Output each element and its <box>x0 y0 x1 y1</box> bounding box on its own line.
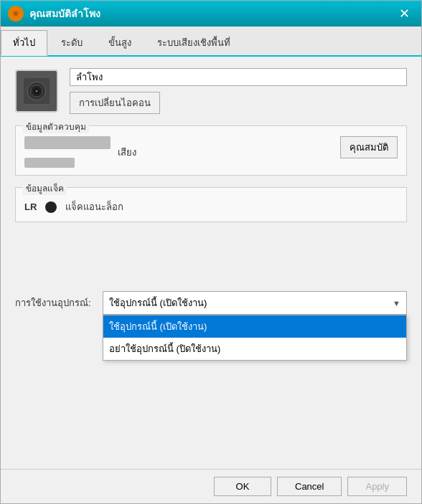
controller-row: เสียง คุณสมบัติ <box>24 136 398 168</box>
jack-section-label: ข้อมูลแจ็ค <box>23 181 67 195</box>
tab-spatial[interactable]: ระบบเสียงเชิงพื้นที่ <box>145 30 243 56</box>
svg-point-7 <box>35 90 38 92</box>
jack-row: LR แจ็คแอนะล็อก <box>24 199 398 214</box>
tab-advanced[interactable]: ขั้นสูง <box>96 30 144 56</box>
tab-bar: ทั่วไป ระดับ ขั้นสูง ระบบเสียงเชิงพื้นที… <box>1 27 421 57</box>
controller-bar-1 <box>24 136 111 149</box>
speaker-name-input[interactable] <box>70 68 407 86</box>
device-usage-label: การใช้งานอุปกรณ์: <box>15 295 94 310</box>
ok-button[interactable]: OK <box>214 477 271 496</box>
dropdown-option-use[interactable]: ใช้อุปกรณ์นี้ (เปิดใช้งาน) <box>103 315 406 338</box>
svg-point-2 <box>14 12 17 14</box>
jack-label: แจ็คแอนะล็อก <box>65 199 123 214</box>
dialog-title: คุณสมบัติลำโพง <box>29 6 394 22</box>
content-area: การเปลี่ยนไอคอน ข้อมูลตัวควบคุม เสียง คุ… <box>1 57 421 469</box>
controller-section-label: ข้อมูลตัวควบคุม <box>23 120 89 133</box>
change-icon-button[interactable]: การเปลี่ยนไอคอน <box>70 92 160 114</box>
device-usage-select-display[interactable]: ใช้อุปกรณ์นี้ (เปิดใช้งาน) ▼ <box>103 291 407 315</box>
dropdown-arrow-icon: ▼ <box>393 299 400 308</box>
dialog: คุณสมบัติลำโพง ✕ ทั่วไป ระดับ ขั้นสูง ระ… <box>0 0 422 504</box>
close-button[interactable]: ✕ <box>394 4 414 24</box>
device-usage-dropdown-container: ใช้อุปกรณ์นี้ (เปิดใช้งาน) ▼ ใช้อุปกรณ์น… <box>103 291 407 315</box>
device-usage-current-value: ใช้อุปกรณ์นี้ (เปิดใช้งาน) <box>109 295 207 310</box>
jack-section: ข้อมูลแจ็ค LR แจ็คแอนะล็อก <box>15 187 407 222</box>
speaker-icon-box <box>15 70 58 113</box>
tab-levels[interactable]: ระดับ <box>49 30 95 56</box>
controller-info-section: ข้อมูลตัวควบคุม เสียง คุณสมบัติ <box>15 125 407 176</box>
bottom-bar: OK Cancel Apply <box>1 469 421 503</box>
tab-general[interactable]: ทั่วไป <box>1 30 47 56</box>
speaker-section: การเปลี่ยนไอคอน <box>15 68 407 114</box>
dropdown-option-dont-use[interactable]: อย่าใช้อุปกรณ์นี้ (ปิดใช้งาน) <box>103 338 406 360</box>
apply-button[interactable]: Apply <box>347 477 407 496</box>
device-usage-row: การใช้งานอุปกรณ์: ใช้อุปกรณ์นี้ (เปิดใช้… <box>15 291 407 315</box>
properties-button[interactable]: คุณสมบัติ <box>340 136 398 158</box>
speaker-right: การเปลี่ยนไอคอน <box>70 68 407 114</box>
device-usage-select-wrapper: ใช้อุปกรณ์นี้ (เปิดใช้งาน) ▼ <box>103 291 407 315</box>
app-icon <box>8 6 24 22</box>
lr-label: LR <box>24 201 37 212</box>
sound-label: เสียง <box>118 145 136 160</box>
device-usage-dropdown-popup: ใช้อุปกรณ์นี้ (เปิดใช้งาน) อย่าใช้อุปกรณ… <box>103 315 407 361</box>
title-bar: คุณสมบัติลำโพง ✕ <box>1 1 421 27</box>
cancel-button[interactable]: Cancel <box>277 477 342 496</box>
jack-dot <box>45 201 57 213</box>
controller-bar-2 <box>24 158 75 168</box>
